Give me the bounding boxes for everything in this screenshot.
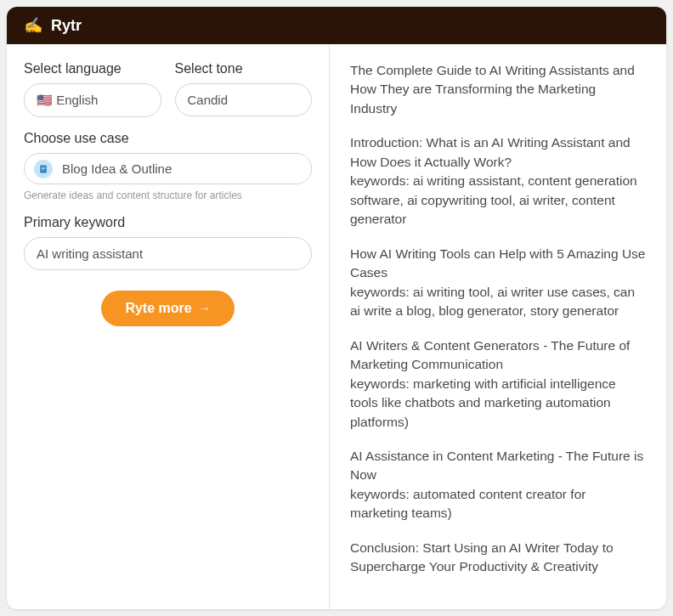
output-section: Introduction: What is an AI Writing Assi… (350, 133, 646, 229)
main-content: Select language 🇺🇸 English Select tone C… (7, 44, 666, 609)
form-row-top: Select language 🇺🇸 English Select tone C… (24, 61, 312, 117)
section-heading: Conclusion: Start Using an AI Writer Tod… (350, 539, 646, 577)
svg-rect-2 (42, 168, 46, 169)
language-select[interactable]: 🇺🇸 English (24, 83, 161, 117)
language-label: Select language (24, 61, 161, 76)
use-case-select[interactable]: Blog Idea & Outline (24, 153, 312, 184)
output-section: How AI Writing Tools can Help with 5 Ama… (350, 245, 646, 321)
output-section: AI Writers & Content Generators - The Fu… (350, 336, 646, 432)
section-keywords: keywords: ai writing assistant, content … (350, 172, 646, 229)
arrow-right-icon: → (199, 302, 211, 315)
output-section: Conclusion: Start Using an AI Writer Tod… (350, 539, 646, 577)
output-title: The Complete Guide to AI Writing Assista… (350, 61, 646, 118)
output-section: AI Assistance in Content Marketing - The… (350, 447, 646, 523)
section-heading: How AI Writing Tools can Help with 5 Ama… (350, 245, 646, 283)
language-group: Select language 🇺🇸 English (24, 61, 161, 117)
section-keywords: keywords: marketing with artificial inte… (350, 375, 646, 432)
section-keywords: keywords: automated content creator for … (350, 485, 646, 523)
svg-rect-3 (42, 169, 44, 170)
ryte-more-button[interactable]: Ryte more → (101, 291, 234, 326)
logo-icon: ✍️ (24, 16, 42, 35)
form-panel: Select language 🇺🇸 English Select tone C… (7, 44, 330, 609)
output-panel: The Complete Guide to AI Writing Assista… (330, 44, 666, 609)
use-case-label: Choose use case (24, 131, 312, 146)
use-case-helper: Generate ideas and content structure for… (24, 189, 312, 201)
keyword-label: Primary keyword (24, 215, 312, 230)
tone-group: Select tone Candid (175, 61, 313, 117)
section-heading: AI Assistance in Content Marketing - The… (350, 447, 646, 485)
use-case-group: Choose use case Blog Idea & Outline Gene… (24, 131, 312, 201)
cta-label: Ryte more (125, 301, 191, 316)
section-keywords: keywords: ai writing tool, ai writer use… (350, 283, 646, 321)
keyword-input[interactable] (24, 237, 312, 270)
section-heading: Introduction: What is an AI Writing Assi… (350, 133, 646, 172)
keyword-group: Primary keyword (24, 215, 312, 270)
header: ✍️ Rytr (7, 7, 666, 44)
app-title: Rytr (51, 17, 82, 35)
use-case-wrapper: Blog Idea & Outline (24, 153, 312, 184)
tone-label: Select tone (175, 61, 313, 76)
tone-select[interactable]: Candid (175, 83, 313, 116)
document-icon (34, 160, 53, 178)
app-container: ✍️ Rytr Select language 🇺🇸 English Selec… (7, 7, 666, 609)
section-heading: AI Writers & Content Generators - The Fu… (350, 336, 646, 375)
svg-rect-1 (42, 167, 46, 167)
